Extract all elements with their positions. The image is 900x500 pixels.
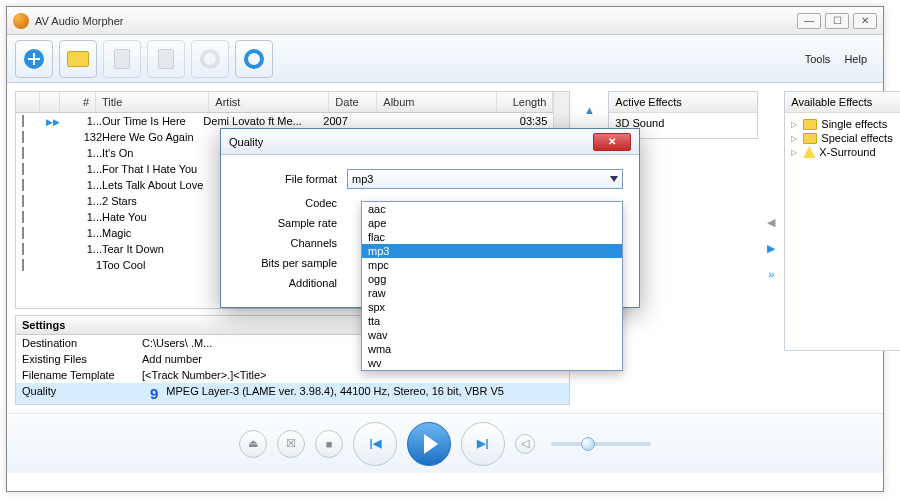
- cell-num: 1: [66, 259, 102, 271]
- cell-title: Tear It Down: [102, 243, 203, 255]
- setting-existing-label: Existing Files: [22, 353, 142, 365]
- cell-title: Too Cool: [102, 259, 203, 271]
- stop-button[interactable]: ☒: [277, 430, 305, 458]
- prev-icon: |◀: [369, 437, 380, 450]
- cell-title: Lets Talk About Love: [102, 179, 203, 191]
- row-checkbox[interactable]: [22, 195, 24, 207]
- effect-remove-button[interactable]: ▶: [760, 237, 782, 259]
- label-additional: Additional: [237, 277, 347, 289]
- move-up-button[interactable]: ▲: [578, 99, 600, 121]
- table-header: # Title Artist Date Album Length: [16, 92, 553, 113]
- add-button[interactable]: [15, 40, 53, 78]
- slider-thumb[interactable]: [581, 437, 595, 451]
- maximize-button[interactable]: ☐: [825, 13, 849, 29]
- add-folder-button[interactable]: [59, 40, 97, 78]
- row-checkbox[interactable]: [22, 179, 24, 191]
- next-icon: ▶|: [477, 437, 488, 450]
- tree-label: Single effects: [821, 118, 887, 130]
- cell-artist: Demi Lovato ft Me...: [203, 115, 323, 127]
- dropdown-item[interactable]: wv: [362, 356, 622, 370]
- cell-num: 1...: [66, 227, 102, 239]
- cell-title: It's On: [102, 147, 203, 159]
- tree-item[interactable]: ▷Special effects: [791, 131, 900, 145]
- col-title[interactable]: Title: [96, 92, 209, 112]
- row-checkbox[interactable]: [22, 243, 24, 255]
- dropdown-item[interactable]: mpc: [362, 258, 622, 272]
- tree-item[interactable]: ▷X-Surround: [791, 145, 900, 159]
- toolbar: Tools Help: [7, 35, 883, 83]
- row-checkbox[interactable]: [22, 259, 24, 271]
- minimize-button[interactable]: —: [797, 13, 821, 29]
- cell-num: 132: [66, 131, 102, 143]
- col-date[interactable]: Date: [329, 92, 377, 112]
- dropdown-item[interactable]: ape: [362, 216, 622, 230]
- menu-tools[interactable]: Tools: [805, 53, 831, 65]
- profile-button[interactable]: [235, 40, 273, 78]
- dialog-close-button[interactable]: ✕: [593, 133, 631, 151]
- record-button[interactable]: ■: [315, 430, 343, 458]
- expand-icon[interactable]: ▷: [791, 134, 799, 143]
- play-button[interactable]: [407, 422, 451, 466]
- clear-button[interactable]: [147, 40, 185, 78]
- badge-9: 9: [142, 385, 166, 402]
- cell-num: 1...: [66, 179, 102, 191]
- dropdown-item[interactable]: mp3: [362, 244, 622, 258]
- col-length[interactable]: Length: [497, 92, 553, 112]
- available-effects-panel: Available Effects ▷Single effects▷Specia…: [784, 91, 900, 351]
- col-album[interactable]: Album: [377, 92, 497, 112]
- dropdown-item[interactable]: wma: [362, 342, 622, 356]
- expand-icon[interactable]: ▷: [791, 148, 799, 157]
- dropdown-item[interactable]: ogg: [362, 272, 622, 286]
- label-sample-rate: Sample rate: [237, 217, 347, 229]
- file-format-dropdown[interactable]: aacapeflacmp3mpcoggrawspxttawavwmawv: [361, 201, 623, 371]
- col-num[interactable]: #: [60, 92, 96, 112]
- next-button[interactable]: ▶|: [461, 422, 505, 466]
- folder-icon: [67, 51, 89, 67]
- close-button[interactable]: ✕: [853, 13, 877, 29]
- expand-icon[interactable]: ▷: [791, 120, 799, 129]
- mute-button[interactable]: ◁: [515, 434, 535, 454]
- dropdown-item[interactable]: tta: [362, 314, 622, 328]
- table-row[interactable]: ▶▶ 1... Our Time Is Here Demi Lovato ft …: [16, 113, 553, 129]
- row-checkbox[interactable]: [22, 211, 24, 223]
- window-title: AV Audio Morpher: [35, 15, 123, 27]
- label-bits: Bits per sample: [237, 257, 347, 269]
- eject-button[interactable]: ⏏: [239, 430, 267, 458]
- row-checkbox[interactable]: [22, 131, 24, 143]
- cell-title: For That I Hate You: [102, 163, 203, 175]
- dropdown-item[interactable]: aac: [362, 202, 622, 216]
- setting-quality-value[interactable]: MPEG Layer-3 (LAME ver. 3.98.4), 44100 H…: [166, 385, 563, 402]
- row-checkbox[interactable]: [22, 227, 24, 239]
- ring-icon: [200, 49, 220, 69]
- dropdown-item[interactable]: wav: [362, 328, 622, 342]
- row-checkbox[interactable]: [22, 147, 24, 159]
- cell-num: 1...: [66, 115, 102, 127]
- col-artist[interactable]: Artist: [209, 92, 329, 112]
- row-checkbox[interactable]: [22, 163, 24, 175]
- delete-button[interactable]: [103, 40, 141, 78]
- dialog-title: Quality: [229, 136, 263, 148]
- tree-item[interactable]: ▷Single effects: [791, 117, 900, 131]
- file-format-value: mp3: [352, 173, 373, 185]
- cell-title: 2 Stars: [102, 195, 203, 207]
- cell-title: Hate You: [102, 211, 203, 223]
- prev-button[interactable]: |◀: [353, 422, 397, 466]
- player-controls: ⏏ ☒ ■ |◀ ▶| ◁: [7, 413, 883, 473]
- dropdown-item[interactable]: raw: [362, 286, 622, 300]
- dropdown-item[interactable]: flac: [362, 230, 622, 244]
- folder-icon: [803, 133, 817, 144]
- row-checkbox[interactable]: [22, 115, 24, 127]
- trash-icon: [114, 49, 130, 69]
- effect-remove-all-button[interactable]: »: [760, 263, 782, 285]
- chevron-right-icon: ▶: [767, 242, 775, 255]
- cell-length: 03:35: [491, 115, 547, 127]
- cell-title: Our Time Is Here: [102, 115, 203, 127]
- effect-add-button[interactable]: ◀: [760, 211, 782, 233]
- volume-slider[interactable]: [551, 442, 651, 446]
- dropdown-item[interactable]: spx: [362, 300, 622, 314]
- folder-icon: [803, 119, 817, 130]
- label-codec: Codec: [237, 197, 347, 209]
- file-format-combo[interactable]: mp3: [347, 169, 623, 189]
- menu-help[interactable]: Help: [844, 53, 867, 65]
- ring-button[interactable]: [191, 40, 229, 78]
